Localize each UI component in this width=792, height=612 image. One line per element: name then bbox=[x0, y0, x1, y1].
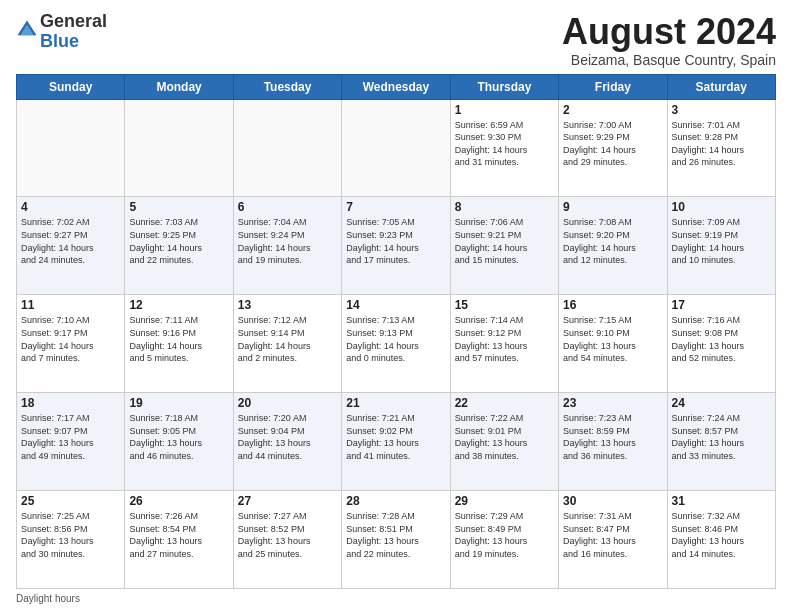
day-number: 8 bbox=[455, 200, 554, 214]
day-number: 28 bbox=[346, 494, 445, 508]
logo-icon bbox=[16, 19, 38, 41]
day-number: 21 bbox=[346, 396, 445, 410]
day-info: Sunrise: 7:32 AM Sunset: 8:46 PM Dayligh… bbox=[672, 510, 771, 560]
calendar-cell: 31Sunrise: 7:32 AM Sunset: 8:46 PM Dayli… bbox=[667, 491, 775, 589]
calendar-cell: 8Sunrise: 7:06 AM Sunset: 9:21 PM Daylig… bbox=[450, 197, 558, 295]
day-number: 30 bbox=[563, 494, 662, 508]
calendar-cell bbox=[342, 99, 450, 197]
calendar-cell: 6Sunrise: 7:04 AM Sunset: 9:24 PM Daylig… bbox=[233, 197, 341, 295]
calendar-cell: 30Sunrise: 7:31 AM Sunset: 8:47 PM Dayli… bbox=[559, 491, 667, 589]
day-info: Sunrise: 7:06 AM Sunset: 9:21 PM Dayligh… bbox=[455, 216, 554, 266]
calendar-cell: 20Sunrise: 7:20 AM Sunset: 9:04 PM Dayli… bbox=[233, 393, 341, 491]
calendar-cell: 19Sunrise: 7:18 AM Sunset: 9:05 PM Dayli… bbox=[125, 393, 233, 491]
day-number: 4 bbox=[21, 200, 120, 214]
day-number: 18 bbox=[21, 396, 120, 410]
day-number: 25 bbox=[21, 494, 120, 508]
calendar-cell: 25Sunrise: 7:25 AM Sunset: 8:56 PM Dayli… bbox=[17, 491, 125, 589]
day-info: Sunrise: 7:13 AM Sunset: 9:13 PM Dayligh… bbox=[346, 314, 445, 364]
calendar-cell: 29Sunrise: 7:29 AM Sunset: 8:49 PM Dayli… bbox=[450, 491, 558, 589]
calendar-week-row: 1Sunrise: 6:59 AM Sunset: 9:30 PM Daylig… bbox=[17, 99, 776, 197]
day-info: Sunrise: 7:31 AM Sunset: 8:47 PM Dayligh… bbox=[563, 510, 662, 560]
day-info: Sunrise: 7:03 AM Sunset: 9:25 PM Dayligh… bbox=[129, 216, 228, 266]
calendar-cell bbox=[125, 99, 233, 197]
day-info: Sunrise: 7:18 AM Sunset: 9:05 PM Dayligh… bbox=[129, 412, 228, 462]
calendar-cell: 18Sunrise: 7:17 AM Sunset: 9:07 PM Dayli… bbox=[17, 393, 125, 491]
header: General Blue August 2024 Beizama, Basque… bbox=[16, 12, 776, 68]
day-number: 16 bbox=[563, 298, 662, 312]
day-number: 1 bbox=[455, 103, 554, 117]
day-number: 5 bbox=[129, 200, 228, 214]
day-number: 3 bbox=[672, 103, 771, 117]
calendar-cell: 10Sunrise: 7:09 AM Sunset: 9:19 PM Dayli… bbox=[667, 197, 775, 295]
calendar-cell: 5Sunrise: 7:03 AM Sunset: 9:25 PM Daylig… bbox=[125, 197, 233, 295]
day-info: Sunrise: 7:23 AM Sunset: 8:59 PM Dayligh… bbox=[563, 412, 662, 462]
calendar-day-header: Monday bbox=[125, 74, 233, 99]
day-number: 26 bbox=[129, 494, 228, 508]
calendar-cell: 24Sunrise: 7:24 AM Sunset: 8:57 PM Dayli… bbox=[667, 393, 775, 491]
month-year: August 2024 bbox=[562, 12, 776, 52]
day-number: 27 bbox=[238, 494, 337, 508]
day-info: Sunrise: 7:27 AM Sunset: 8:52 PM Dayligh… bbox=[238, 510, 337, 560]
calendar-cell: 16Sunrise: 7:15 AM Sunset: 9:10 PM Dayli… bbox=[559, 295, 667, 393]
calendar-cell: 17Sunrise: 7:16 AM Sunset: 9:08 PM Dayli… bbox=[667, 295, 775, 393]
calendar-cell bbox=[233, 99, 341, 197]
day-number: 12 bbox=[129, 298, 228, 312]
day-info: Sunrise: 7:01 AM Sunset: 9:28 PM Dayligh… bbox=[672, 119, 771, 169]
day-info: Sunrise: 7:12 AM Sunset: 9:14 PM Dayligh… bbox=[238, 314, 337, 364]
logo-general: General bbox=[40, 12, 107, 32]
calendar-cell: 1Sunrise: 6:59 AM Sunset: 9:30 PM Daylig… bbox=[450, 99, 558, 197]
day-info: Sunrise: 7:05 AM Sunset: 9:23 PM Dayligh… bbox=[346, 216, 445, 266]
day-info: Sunrise: 7:29 AM Sunset: 8:49 PM Dayligh… bbox=[455, 510, 554, 560]
calendar-week-row: 11Sunrise: 7:10 AM Sunset: 9:17 PM Dayli… bbox=[17, 295, 776, 393]
calendar-cell: 4Sunrise: 7:02 AM Sunset: 9:27 PM Daylig… bbox=[17, 197, 125, 295]
calendar-cell: 23Sunrise: 7:23 AM Sunset: 8:59 PM Dayli… bbox=[559, 393, 667, 491]
page: General Blue August 2024 Beizama, Basque… bbox=[0, 0, 792, 612]
calendar-cell: 21Sunrise: 7:21 AM Sunset: 9:02 PM Dayli… bbox=[342, 393, 450, 491]
logo-blue: Blue bbox=[40, 32, 107, 52]
day-info: Sunrise: 7:10 AM Sunset: 9:17 PM Dayligh… bbox=[21, 314, 120, 364]
day-number: 11 bbox=[21, 298, 120, 312]
calendar-cell: 28Sunrise: 7:28 AM Sunset: 8:51 PM Dayli… bbox=[342, 491, 450, 589]
calendar-cell: 9Sunrise: 7:08 AM Sunset: 9:20 PM Daylig… bbox=[559, 197, 667, 295]
day-number: 23 bbox=[563, 396, 662, 410]
day-number: 14 bbox=[346, 298, 445, 312]
day-info: Sunrise: 7:11 AM Sunset: 9:16 PM Dayligh… bbox=[129, 314, 228, 364]
logo: General Blue bbox=[16, 12, 107, 52]
day-info: Sunrise: 7:00 AM Sunset: 9:29 PM Dayligh… bbox=[563, 119, 662, 169]
day-info: Sunrise: 7:02 AM Sunset: 9:27 PM Dayligh… bbox=[21, 216, 120, 266]
day-number: 7 bbox=[346, 200, 445, 214]
calendar-table: SundayMondayTuesdayWednesdayThursdayFrid… bbox=[16, 74, 776, 589]
calendar-day-header: Tuesday bbox=[233, 74, 341, 99]
calendar-cell: 3Sunrise: 7:01 AM Sunset: 9:28 PM Daylig… bbox=[667, 99, 775, 197]
day-number: 2 bbox=[563, 103, 662, 117]
day-number: 10 bbox=[672, 200, 771, 214]
day-info: Sunrise: 7:20 AM Sunset: 9:04 PM Dayligh… bbox=[238, 412, 337, 462]
day-info: Sunrise: 7:24 AM Sunset: 8:57 PM Dayligh… bbox=[672, 412, 771, 462]
day-info: Sunrise: 7:28 AM Sunset: 8:51 PM Dayligh… bbox=[346, 510, 445, 560]
calendar-cell: 12Sunrise: 7:11 AM Sunset: 9:16 PM Dayli… bbox=[125, 295, 233, 393]
day-number: 29 bbox=[455, 494, 554, 508]
day-number: 15 bbox=[455, 298, 554, 312]
calendar-cell: 2Sunrise: 7:00 AM Sunset: 9:29 PM Daylig… bbox=[559, 99, 667, 197]
calendar-cell: 22Sunrise: 7:22 AM Sunset: 9:01 PM Dayli… bbox=[450, 393, 558, 491]
day-number: 31 bbox=[672, 494, 771, 508]
day-info: Sunrise: 7:22 AM Sunset: 9:01 PM Dayligh… bbox=[455, 412, 554, 462]
calendar-day-header: Saturday bbox=[667, 74, 775, 99]
calendar-week-row: 25Sunrise: 7:25 AM Sunset: 8:56 PM Dayli… bbox=[17, 491, 776, 589]
title-block: August 2024 Beizama, Basque Country, Spa… bbox=[562, 12, 776, 68]
day-info: Sunrise: 7:26 AM Sunset: 8:54 PM Dayligh… bbox=[129, 510, 228, 560]
day-info: Sunrise: 7:25 AM Sunset: 8:56 PM Dayligh… bbox=[21, 510, 120, 560]
calendar-day-header: Thursday bbox=[450, 74, 558, 99]
calendar-week-row: 4Sunrise: 7:02 AM Sunset: 9:27 PM Daylig… bbox=[17, 197, 776, 295]
day-number: 19 bbox=[129, 396, 228, 410]
day-number: 13 bbox=[238, 298, 337, 312]
calendar-day-header: Friday bbox=[559, 74, 667, 99]
calendar-day-header: Sunday bbox=[17, 74, 125, 99]
day-info: Sunrise: 7:15 AM Sunset: 9:10 PM Dayligh… bbox=[563, 314, 662, 364]
daylight-hours-label: Daylight hours bbox=[16, 593, 80, 604]
day-info: Sunrise: 7:14 AM Sunset: 9:12 PM Dayligh… bbox=[455, 314, 554, 364]
day-number: 24 bbox=[672, 396, 771, 410]
calendar-cell bbox=[17, 99, 125, 197]
footer: Daylight hours bbox=[16, 593, 776, 604]
day-number: 20 bbox=[238, 396, 337, 410]
